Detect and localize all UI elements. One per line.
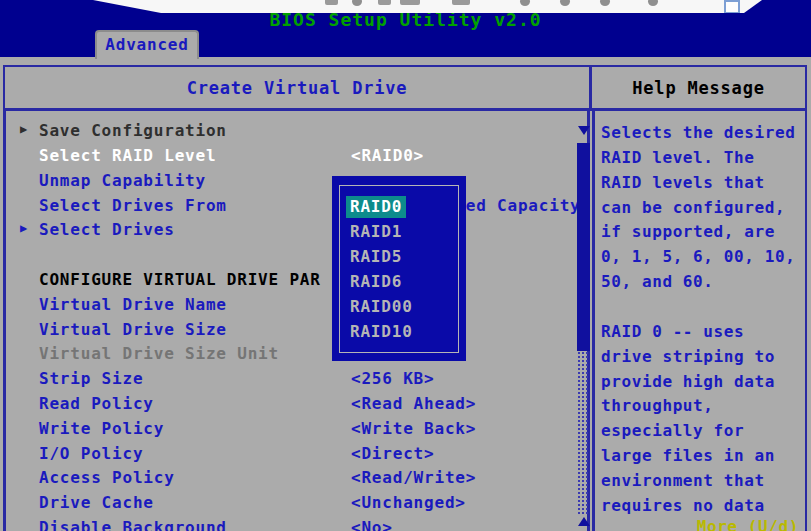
menu-item-label: Unmap Capability: [39, 171, 206, 190]
scroll-up-icon[interactable]: [578, 517, 590, 526]
popup-option-raid00[interactable]: RAID00: [346, 296, 417, 318]
menu-item-value: <Write Back>: [351, 419, 476, 438]
menu-item-access-policy[interactable]: Access Policy <Read/Write>: [14, 468, 589, 491]
help-title: Help Message: [632, 78, 764, 98]
popup-option-raid6[interactable]: RAID6: [346, 271, 406, 293]
menu-item-label: Save Configuration: [39, 121, 227, 140]
toolbar-fragment-icon: [520, 0, 530, 6]
menu-item-value: <No>: [351, 518, 393, 531]
menu-item-read-policy[interactable]: Read Policy <Read Ahead>: [14, 394, 589, 417]
popup-option-raid10[interactable]: RAID10: [346, 321, 417, 343]
menu-item-select-raid-level[interactable]: Select RAID Level <RAID0>: [14, 146, 589, 169]
help-text-line: drive striping to: [601, 347, 806, 366]
toolbar-fragment-icon: [648, 0, 658, 6]
popup-option-raid1[interactable]: RAID1: [346, 221, 406, 243]
help-text-line: 50, and 60.: [601, 272, 806, 291]
scroll-down-icon[interactable]: [578, 126, 590, 135]
menu-item-virtual-drive-name[interactable]: Virtual Drive Name: [14, 295, 589, 318]
tab-advanced[interactable]: Advanced: [95, 30, 199, 59]
menu-item-drive-cache[interactable]: Drive Cache <Unchanged>: [14, 493, 589, 516]
raid-level-popup: RAID0 RAID1 RAID5 RAID6 RAID00 RAID10: [332, 176, 466, 361]
menu-item-value: <RAID0>: [351, 146, 424, 165]
help-text-line: 0, 1, 5, 6, 00, 10,: [601, 247, 806, 266]
help-text-line: RAID 0 -- uses: [601, 322, 806, 341]
popup-option-raid0[interactable]: RAID0: [346, 196, 406, 218]
menu-item-label: Select Drives: [39, 220, 175, 239]
toolbar-fragment-icon: [560, 0, 570, 6]
toolbar-fragment-icon: [600, 0, 610, 6]
toolbar-fragment-icon: [352, 0, 362, 6]
menu-item-label: Virtual Drive Size Unit: [39, 344, 279, 363]
menu-item-value: <256 KB>: [351, 369, 434, 388]
help-text-line: requires no data: [601, 496, 806, 515]
menu-item-label: Select RAID Level: [39, 146, 216, 165]
section-heading-configure-parameters: CONFIGURE VIRTUAL DRIVE PAR: [14, 270, 589, 293]
menu-item-label: Select Drives From: [39, 196, 227, 215]
scrollbar-track[interactable]: [577, 351, 590, 514]
panel-header-help-message: Help Message: [592, 65, 807, 111]
menu-item-unmap-capability[interactable]: Unmap Capability: [14, 171, 589, 194]
menu-item-label: I/O Policy: [39, 444, 143, 463]
help-text-line: if supported, are: [601, 222, 806, 241]
menu-item-label: Access Policy: [39, 468, 175, 487]
menu-item-save-configuration[interactable]: ▶ Save Configuration: [14, 121, 589, 144]
menu-item-label: Virtual Drive Name: [39, 295, 227, 314]
menu-item-virtual-drive-size-unit: Virtual Drive Size Unit: [14, 344, 589, 367]
help-text-line: large files in an: [601, 446, 806, 465]
submenu-arrow-icon: ▶: [20, 221, 28, 235]
help-text-line: can be configured,: [601, 198, 806, 217]
help-text-line: Selects the desired: [601, 123, 806, 142]
menu-item-write-policy[interactable]: Write Policy <Write Back>: [14, 419, 589, 442]
menu-item-value: <Read/Write>: [351, 468, 476, 487]
more-indicator: More (U/d): [697, 517, 799, 531]
scrollbar: [577, 111, 590, 531]
menu-item-label: Drive Cache: [39, 493, 154, 512]
menu-item-virtual-drive-size[interactable]: Virtual Drive Size: [14, 320, 589, 343]
help-text-line: especially for: [601, 421, 806, 440]
toolbar-button-icon[interactable]: [724, 0, 740, 14]
menu-item-select-drives[interactable]: ▶ Select Drives: [14, 220, 589, 243]
menu-item-disable-background[interactable]: Disable Background <No>: [14, 518, 589, 531]
help-text-line: environment that: [601, 471, 806, 490]
bios-screen: BIOS Setup Utility v2.0 Advanced Create …: [0, 0, 811, 531]
help-text-line: RAID levels that: [601, 173, 806, 192]
help-text-line: RAID level. The: [601, 148, 806, 167]
toolbar-fragment-icon: [452, 0, 470, 5]
page-title: Create Virtual Drive: [187, 78, 408, 98]
toolbar-fragment-icon: [325, 0, 338, 5]
menu-item-label: Virtual Drive Size: [39, 320, 227, 339]
scrollbar-thumb[interactable]: [577, 143, 590, 351]
popup-option-raid5[interactable]: RAID5: [346, 246, 406, 268]
menu-item-strip-size[interactable]: Strip Size <256 KB>: [14, 369, 589, 392]
section-heading-label: CONFIGURE VIRTUAL DRIVE PAR: [39, 270, 321, 289]
settings-panel: ▶ Save Configuration Select RAID Level <…: [3, 108, 590, 531]
menu-item-label: Read Policy: [39, 394, 154, 413]
menu-item-value: <Read Ahead>: [351, 394, 476, 413]
menu-item-label: Strip Size: [39, 369, 143, 388]
menu-item-label: Disable Background: [39, 518, 227, 531]
menu-item-value: <Direct>: [351, 444, 434, 463]
toolbar-fragment-icon: [378, 0, 391, 5]
help-panel: Selects the desired RAID level. The RAID…: [592, 108, 807, 531]
menu-item-value: <Unchanged>: [351, 493, 466, 512]
menu-item-label: Write Policy: [39, 419, 164, 438]
panel-header-create-virtual-drive: Create Virtual Drive: [3, 65, 592, 111]
menu-item-select-drives-from[interactable]: Select Drives From <Unconfigured Capacit…: [14, 196, 589, 219]
submenu-arrow-icon: ▶: [20, 122, 28, 136]
menu-item-io-policy[interactable]: I/O Policy <Direct>: [14, 444, 589, 467]
help-text-line: provide high data: [601, 372, 806, 391]
help-text-line: throughput,: [601, 396, 806, 415]
toolbar-fragment-icon: [400, 0, 420, 5]
